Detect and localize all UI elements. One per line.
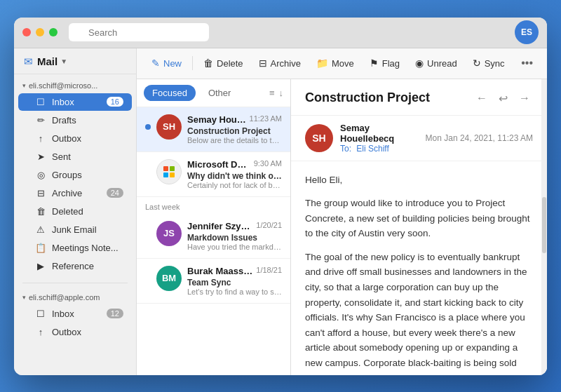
message-time: 11:23 AM: [250, 114, 282, 125]
message-item[interactable]: SH Semay Houellebecq 11:23 AM Constructi…: [137, 107, 290, 152]
account-section-1: ▾ eli.schiff@microso... ☐ Inbox 16 ✏ Dra…: [14, 74, 136, 280]
groups-label: Groups: [52, 170, 123, 180]
flag-label: Flag: [382, 58, 400, 69]
reading-meta: SH Semay Houellebecq To: Eli Schiff Mon …: [291, 116, 547, 161]
ms-dot-blue: [163, 173, 168, 177]
maximize-button[interactable]: [49, 28, 58, 36]
deleted-label: Deleted: [52, 206, 123, 217]
account-email-2: eli.schiff@apple.com: [29, 293, 100, 302]
outbox2-icon: ↑: [35, 327, 46, 337]
sender-name: Semay Houellebecq: [340, 123, 419, 144]
titlebar: 🔍 ES: [14, 18, 547, 48]
minimize-button[interactable]: [36, 28, 44, 36]
chevron-down-icon: ▼: [60, 58, 67, 65]
greeting: Hello Eli,: [305, 173, 533, 188]
pane-wrapper: Focused Other ≡ ↓ SH Semay Houe: [137, 79, 547, 375]
drafts-label: Drafts: [52, 115, 123, 126]
message-preview: Below are the details to the Industria..…: [187, 136, 282, 144]
message-sender: Microsoft Design: [187, 159, 251, 170]
sidebar-item-outbox2[interactable]: ↑ Outbox: [18, 323, 132, 341]
reading-header: Construction Project ← ↩ →: [291, 79, 547, 116]
to-name: Eli Schiff: [356, 144, 388, 154]
avatar[interactable]: ES: [515, 20, 539, 44]
ms-dot-red: [163, 166, 168, 171]
account-section-2: ▾ eli.schiff@apple.com ☐ Inbox 12 ↑ Outb…: [14, 286, 136, 346]
unread-button[interactable]: ◉ Unread: [409, 54, 464, 72]
sidebar-item-drafts[interactable]: ✏ Drafts: [18, 111, 132, 129]
inbox-badge: 16: [107, 97, 123, 107]
sidebar-item-inbox2[interactable]: ☐ Inbox 12: [18, 305, 132, 323]
sidebar-item-outbox[interactable]: ↑ Outbox: [18, 130, 132, 147]
archive-label: Archive: [52, 188, 107, 198]
sidebar-item-reference[interactable]: ▶ Reference: [18, 257, 132, 275]
message-sender: Burak Maass + 2 others: [187, 266, 253, 276]
reading-nav: ← ↩ →: [473, 90, 533, 107]
filter-icon[interactable]: ≡: [269, 88, 275, 98]
app-window: 🔍 ES ✉ Mail ▼ ▾ eli.schiff@microso... ☐ …: [14, 18, 547, 375]
sent-icon: ➤: [35, 151, 46, 162]
account-header-1[interactable]: ▾ eli.schiff@microso...: [14, 79, 136, 93]
groups-icon: ◎: [35, 170, 46, 180]
sort-icon[interactable]: ↓: [279, 88, 284, 98]
unread-dot: [145, 124, 151, 130]
avatar: SH: [156, 114, 182, 140]
inbox2-label: Inbox: [52, 309, 107, 319]
close-button[interactable]: [22, 28, 31, 36]
delete-button[interactable]: 🗑 Delete: [197, 54, 250, 72]
sidebar-item-archive[interactable]: ⊟ Archive 24: [18, 184, 132, 202]
new-button[interactable]: ✎ New: [145, 54, 188, 72]
meetings-icon: 📋: [35, 243, 46, 253]
mail-icon: ✉: [24, 55, 33, 68]
body-para-2: The goal of the new policy is to eventua…: [305, 250, 533, 375]
nav-reply[interactable]: ↩: [496, 90, 511, 107]
message-body: Burak Maass + 2 others 1/18/21 Team Sync…: [187, 266, 282, 296]
outbox2-label: Outbox: [52, 327, 123, 337]
sidebar-item-sent[interactable]: ➤ Sent: [18, 148, 132, 165]
sender-avatar: SH: [305, 124, 333, 152]
reading-pane: Construction Project ← ↩ → SH Semay Houe…: [291, 79, 547, 375]
archive-icon: ⊟: [35, 188, 46, 198]
chevron-icon-2: ▾: [22, 294, 26, 301]
search-input[interactable]: [69, 23, 209, 41]
tab-focused[interactable]: Focused: [144, 85, 196, 101]
message-item[interactable]: Microsoft Design 9:30 AM Why didn't we t…: [137, 152, 290, 197]
delete-label: Delete: [217, 58, 243, 69]
tab-other[interactable]: Other: [200, 85, 240, 101]
ms-dot-green: [170, 166, 175, 171]
sidebar-divider: [22, 283, 128, 283]
compose-icon: ✎: [151, 58, 160, 69]
junk-label: Junk Email: [52, 224, 123, 235]
nav-forward[interactable]: →: [516, 90, 533, 107]
flag-button[interactable]: ⚑ Flag: [363, 54, 406, 72]
scrollbar-thumb[interactable]: [542, 197, 546, 253]
toolbar-separator-1: [192, 56, 193, 70]
sidebar-item-inbox[interactable]: ☐ Inbox 16: [18, 93, 132, 111]
archive-button[interactable]: ⊟ Archive: [252, 54, 307, 72]
account-header-2[interactable]: ▾ eli.schiff@apple.com: [14, 290, 136, 304]
nav-back[interactable]: ←: [473, 90, 490, 107]
sync-button[interactable]: ↻ Sync: [466, 54, 511, 72]
sidebar-item-junk[interactable]: ⚠ Junk Email: [18, 221, 132, 238]
more-button[interactable]: •••: [515, 54, 539, 72]
message-top: Semay Houellebecq 11:23 AM: [187, 114, 282, 125]
move-icon: 📁: [316, 58, 328, 69]
ms-dot-yellow: [170, 173, 175, 177]
sidebar-item-groups[interactable]: ◎ Groups: [18, 166, 132, 184]
message-item[interactable]: BM Burak Maass + 2 others 1/18/21 Team S…: [137, 259, 290, 304]
meetings-label: Meetings Note...: [52, 243, 123, 253]
move-button[interactable]: 📁 Move: [310, 54, 360, 72]
sidebar-item-deleted[interactable]: 🗑 Deleted: [18, 203, 132, 220]
sidebar-item-meetings[interactable]: 📋 Meetings Note...: [18, 239, 132, 257]
body-para-1: The group would like to introduce you to…: [305, 196, 533, 241]
message-list: Focused Other ≡ ↓ SH Semay Houe: [137, 79, 291, 375]
scrollbar-track[interactable]: [541, 79, 547, 375]
reading-date: Mon Jan 24, 2021, 11:23 AM: [426, 133, 533, 143]
archive-badge: 24: [107, 188, 123, 198]
message-item[interactable]: JS Jennifer Szyamnski 1/20/21 Markdown I…: [137, 214, 290, 259]
reading-pane-wrapper: Construction Project ← ↩ → SH Semay Houe…: [291, 79, 547, 375]
inbox-label: Inbox: [52, 97, 107, 107]
main-content: ✉ Mail ▼ ▾ eli.schiff@microso... ☐ Inbox…: [14, 48, 547, 375]
message-time: 1/20/21: [256, 221, 282, 231]
move-label: Move: [332, 58, 354, 69]
sidebar-title: Mail: [37, 55, 58, 67]
